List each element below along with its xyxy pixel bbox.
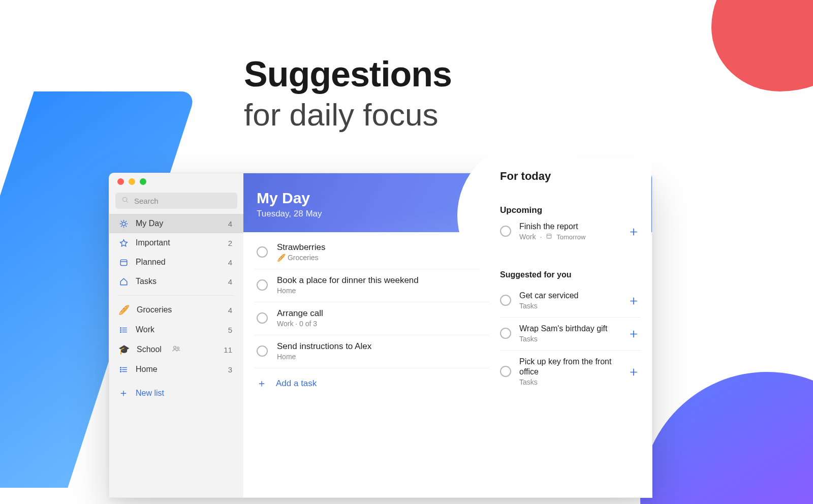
bg-shape-top-right — [711, 0, 813, 91]
task-checkbox[interactable] — [500, 366, 511, 377]
suggestion-title: Pick up key from the front office — [519, 357, 619, 377]
plus-icon: ＋ — [257, 376, 267, 390]
user-lists: 🥖 Groceries 4 Work 5 🎓 School — [109, 300, 243, 379]
search-icon — [121, 196, 129, 205]
panel-title: For today — [500, 170, 640, 183]
sidebar-item-tasks[interactable]: Tasks 4 — [109, 272, 243, 291]
suggestion-title: Wrap Sam's birthday gift — [519, 324, 619, 334]
traffic-lights — [109, 173, 243, 190]
task-checkbox[interactable] — [257, 312, 268, 324]
sidebar-item-planned[interactable]: Planned 4 — [109, 253, 243, 272]
sidebar-item-label: School — [137, 345, 162, 354]
suggestion-meta: Tasks — [519, 302, 619, 310]
shared-list-icon — [172, 345, 181, 354]
svg-point-16 — [120, 327, 121, 328]
suggested-task-row[interactable]: Pick up key from the front office Tasks … — [500, 351, 640, 393]
svg-point-24 — [120, 367, 121, 368]
task-checkbox[interactable] — [500, 226, 511, 237]
search-input[interactable]: Search — [115, 193, 237, 209]
sidebar-item-count: 5 — [228, 326, 234, 334]
add-to-my-day-button[interactable]: ＋ — [627, 294, 640, 307]
suggestion-meta: Tasks — [519, 335, 619, 343]
task-checkbox[interactable] — [257, 246, 268, 258]
calendar-icon — [118, 257, 129, 267]
sidebar-item-label: Important — [136, 238, 170, 247]
new-list-label: New list — [136, 389, 164, 398]
add-to-my-day-button[interactable]: ＋ — [627, 327, 640, 340]
sidebar-item-label: Groceries — [137, 305, 172, 314]
graduation-cap-icon: 🎓 — [118, 344, 130, 355]
calendar-mini-icon — [546, 233, 552, 241]
hero-line2: for daily focus — [244, 97, 452, 133]
suggested-heading: Suggested for you — [500, 270, 640, 279]
svg-point-25 — [120, 369, 121, 370]
svg-line-10 — [126, 221, 126, 222]
svg-line-8 — [126, 226, 126, 226]
sidebar-item-count: 4 — [228, 219, 234, 228]
suggestion-title: Get car serviced — [519, 291, 619, 301]
sidebar-list-groceries[interactable]: 🥖 Groceries 4 — [109, 300, 243, 320]
task-checkbox[interactable] — [257, 279, 268, 291]
svg-point-18 — [120, 331, 121, 332]
suggestion-meta: Work· Tomorrow — [519, 233, 619, 241]
task-checkbox[interactable] — [257, 345, 268, 357]
sidebar-list-work[interactable]: Work 5 — [109, 320, 243, 339]
suggested-task-row[interactable]: Wrap Sam's birthday gift Tasks ＋ — [500, 318, 640, 351]
list-bullets-icon — [118, 325, 129, 335]
baguette-icon: 🥖 — [118, 304, 130, 316]
search-placeholder: Search — [134, 197, 159, 205]
hero-line1: Suggestions — [244, 56, 452, 93]
sidebar-separator — [118, 295, 234, 296]
new-list-button[interactable]: ＋ New list — [109, 379, 243, 407]
svg-point-2 — [122, 222, 126, 226]
bg-shape-bottom-right — [640, 372, 813, 504]
suggestion-meta: Tasks — [519, 378, 619, 386]
add-to-my-day-button[interactable]: ＋ — [627, 365, 640, 378]
upcoming-heading: Upcoming — [500, 205, 640, 215]
sidebar-list-school[interactable]: 🎓 School 11 — [109, 339, 243, 360]
plus-icon: ＋ — [118, 386, 129, 400]
sidebar-item-important[interactable]: Important 2 — [109, 233, 243, 253]
sidebar-item-count: 4 — [228, 306, 234, 314]
svg-rect-11 — [120, 260, 127, 265]
sidebar-item-label: Work — [136, 325, 154, 334]
sidebar-item-count: 11 — [224, 345, 234, 354]
sidebar-item-count: 4 — [228, 258, 234, 267]
list-bullets-icon — [118, 364, 129, 374]
svg-line-1 — [127, 201, 128, 203]
sun-icon — [118, 218, 129, 229]
svg-point-0 — [123, 198, 127, 202]
sidebar: Search My Day 4 Important — [109, 173, 243, 497]
sidebar-item-label: My Day — [136, 219, 163, 228]
suggested-task-row[interactable]: Get car serviced Tasks ＋ — [500, 285, 640, 318]
star-icon — [118, 238, 129, 248]
svg-point-20 — [177, 347, 179, 349]
sidebar-item-label: Home — [136, 365, 158, 374]
sidebar-item-my-day[interactable]: My Day 4 — [109, 214, 243, 233]
sidebar-item-count: 3 — [228, 365, 234, 374]
svg-point-19 — [174, 346, 176, 349]
add-task-label: Add a task — [276, 379, 317, 389]
task-checkbox[interactable] — [500, 328, 511, 339]
hero-heading: Suggestions for daily focus — [244, 56, 452, 133]
svg-line-7 — [121, 221, 121, 222]
minimize-dot-icon[interactable] — [129, 178, 135, 185]
svg-point-26 — [120, 371, 121, 372]
task-checkbox[interactable] — [500, 295, 511, 306]
svg-point-17 — [120, 329, 121, 330]
smart-lists: My Day 4 Important 2 Planned — [109, 214, 243, 291]
home-icon — [118, 276, 129, 287]
svg-line-9 — [121, 226, 121, 226]
close-dot-icon[interactable] — [117, 178, 124, 185]
suggestion-title: Finish the report — [519, 222, 619, 232]
sidebar-item-count: 2 — [228, 239, 234, 247]
suggestions-panel: For today Upcoming Finish the report Wor… — [489, 158, 651, 483]
upcoming-task-row[interactable]: Finish the report Work· Tomorrow ＋ — [500, 215, 640, 248]
svg-rect-35 — [547, 234, 551, 238]
sidebar-list-home[interactable]: Home 3 — [109, 360, 243, 379]
add-to-my-day-button[interactable]: ＋ — [627, 225, 640, 238]
sidebar-item-label: Planned — [136, 258, 166, 267]
sidebar-item-label: Tasks — [136, 277, 157, 286]
sidebar-item-count: 4 — [228, 277, 234, 286]
maximize-dot-icon[interactable] — [140, 178, 146, 185]
